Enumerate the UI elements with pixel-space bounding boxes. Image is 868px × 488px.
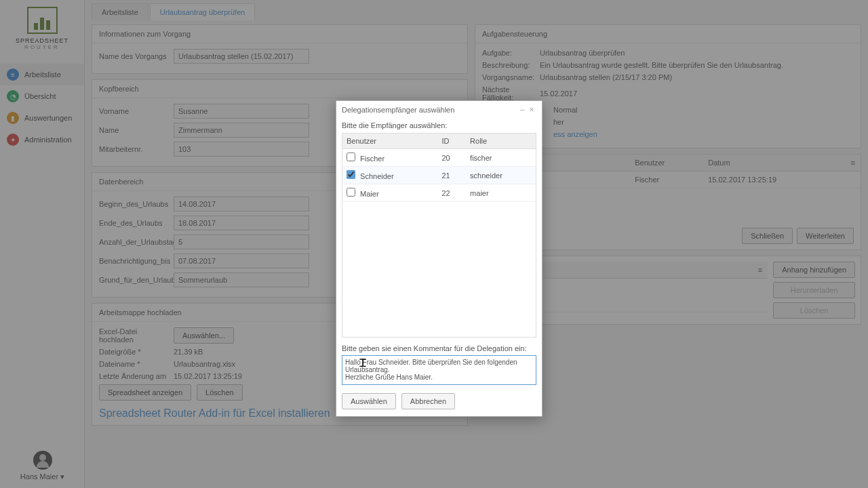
close-icon[interactable]: × [527, 105, 536, 115]
recipient-checkbox[interactable] [347, 188, 355, 197]
text-cursor-icon: Ꮖ [359, 357, 367, 369]
modal-title: Delegationsempfänger auswählen [342, 106, 454, 114]
recipient-row[interactable]: Maier22maier [342, 184, 536, 202]
comment-textarea[interactable] [342, 355, 536, 385]
recipient-checkbox[interactable] [347, 170, 355, 179]
minimize-icon[interactable]: – [517, 105, 527, 115]
modal-prompt: Bitte die Empfänger auswählen: [342, 121, 536, 129]
cancel-button[interactable]: Abbrechen [401, 393, 455, 409]
th-id: ID [437, 134, 466, 149]
table-empty-area [342, 202, 536, 338]
recipient-checkbox[interactable] [347, 152, 355, 161]
recipient-row[interactable]: Schneider21schneider [342, 167, 536, 184]
th-role: Rolle [466, 134, 536, 149]
th-user: Benutzer [342, 134, 438, 149]
select-button[interactable]: Auswählen [342, 393, 396, 409]
recipient-table: Benutzer ID Rolle Fischer20fischer Schne… [342, 133, 536, 202]
recipient-row[interactable]: Fischer20fischer [342, 149, 536, 167]
comment-label: Bitte geben sie einen Kommentar für die … [342, 344, 536, 352]
